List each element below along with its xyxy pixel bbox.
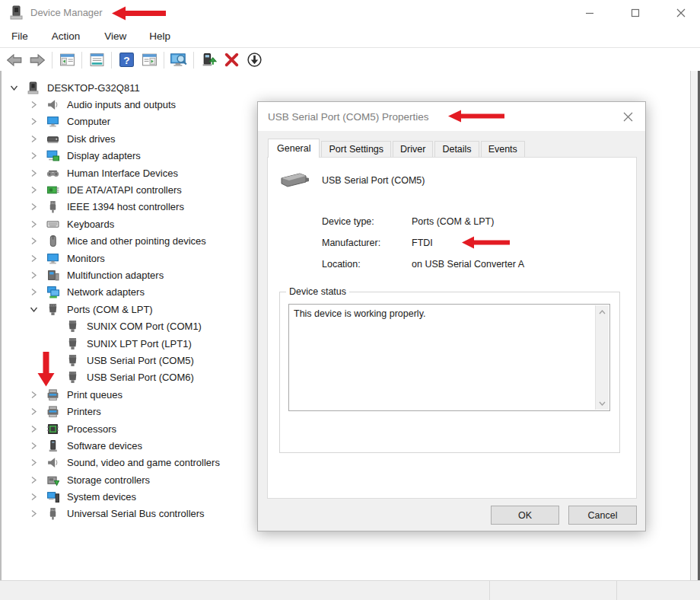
properties-icon[interactable]	[88, 51, 106, 69]
tree-item-label: SUNIX COM Port (COM1)	[87, 321, 202, 332]
tree-item-label: Keyboards	[67, 219, 114, 230]
disk-icon	[46, 132, 59, 145]
device-name: USB Serial Port (COM5)	[322, 175, 425, 186]
disable-device-icon[interactable]	[245, 51, 263, 69]
serial-port-icon	[66, 371, 79, 384]
chevron-right-icon[interactable]	[27, 201, 40, 213]
chevron-right-icon[interactable]	[27, 388, 40, 401]
device-status-textbox[interactable]: This device is working properly.	[288, 304, 610, 411]
usb-plug-icon	[46, 200, 59, 213]
chevron-right-icon[interactable]	[27, 491, 40, 503]
window-right-edge	[690, 71, 698, 580]
chevron-right-icon[interactable]	[27, 269, 40, 281]
svg-text:?: ?	[123, 55, 129, 66]
tree-item-label: Multifunction adapters	[67, 270, 164, 281]
dialog-title: USB Serial Port (COM5) Properties	[268, 111, 429, 123]
tree-item-label: Ports (COM & LPT)	[67, 304, 153, 315]
device-status-groupbox: Device status This device is working pro…	[279, 292, 620, 453]
tree-item-label: Printers	[67, 406, 101, 417]
chevron-right-icon[interactable]	[27, 99, 40, 111]
dialog-buttons: OK Cancel	[258, 506, 637, 525]
chevron-down-icon[interactable]	[8, 81, 20, 94]
device-status-label: Device status	[286, 286, 349, 297]
usb-plug-icon	[46, 507, 59, 520]
field-value: Ports (COM & LPT)	[412, 216, 494, 227]
chevron-right-icon[interactable]	[27, 184, 40, 196]
tab-port-settings[interactable]: Port Settings	[321, 141, 391, 158]
tab-events[interactable]: Events	[481, 141, 525, 158]
minimize-button[interactable]	[577, 3, 603, 23]
computer-icon	[27, 81, 40, 94]
chevron-right-icon[interactable]	[27, 423, 40, 435]
device-field-row: Location:on USB Serial Converter A	[322, 254, 626, 275]
toolbar-group	[52, 51, 81, 69]
toolbar-group	[82, 51, 111, 69]
tree-item-label: Audio inputs and outputs	[67, 99, 176, 110]
uninstall-device-icon[interactable]	[222, 51, 240, 69]
status-scrollbar[interactable]	[595, 305, 609, 410]
ok-button[interactable]: OK	[491, 506, 559, 525]
menu-view[interactable]: View	[103, 27, 128, 45]
menu-action[interactable]: Action	[50, 27, 82, 45]
tab-general[interactable]: General	[268, 139, 320, 158]
chevron-right-icon[interactable]	[27, 150, 40, 162]
chevron-right-icon[interactable]	[27, 457, 40, 469]
chevron-right-icon[interactable]	[27, 132, 40, 145]
system-icon	[46, 490, 59, 503]
chevron-right-icon[interactable]	[27, 116, 40, 128]
manufacturer-arrow	[462, 236, 511, 249]
field-label: Device type:	[322, 216, 412, 227]
field-label: Location:	[322, 259, 412, 270]
chevron-right-icon[interactable]	[27, 439, 40, 452]
scroll-up-icon[interactable]	[596, 305, 609, 318]
chevron-right-icon[interactable]	[27, 167, 40, 179]
back-icon[interactable]	[5, 51, 24, 69]
field-label: Manufacturer:	[322, 238, 412, 248]
tree-item-label: USB Serial Port (COM5)	[87, 355, 194, 366]
scan-hardware-changes-icon[interactable]	[170, 51, 188, 69]
cancel-button[interactable]: Cancel	[568, 506, 637, 525]
device-manager-app-icon	[9, 5, 24, 21]
chevron-right-icon[interactable]	[27, 218, 40, 230]
menu-file[interactable]: File	[10, 27, 30, 45]
dialog-tabs: GeneralPort SettingsDriverDetailsEvents	[268, 139, 527, 158]
tree-item[interactable]: DESKTOP-G32Q811	[2, 79, 690, 96]
tree-item-label: System devices	[67, 491, 136, 503]
help-icon[interactable]: ?	[117, 51, 135, 69]
menu-help[interactable]: Help	[148, 27, 172, 45]
chevron-right-icon[interactable]	[27, 286, 40, 298]
tree-item-label: Computer	[67, 116, 110, 127]
serial-port-icon	[66, 354, 79, 367]
device-field-row: Device type:Ports (COM & LPT)	[322, 211, 626, 232]
chevron-none	[47, 337, 59, 349]
chevron-right-icon[interactable]	[27, 508, 40, 520]
tab-driver[interactable]: Driver	[393, 141, 433, 158]
show-console-tree-icon[interactable]	[58, 51, 76, 69]
tree-item-label: Processors	[67, 423, 116, 435]
toolbar-group: ?	[112, 51, 164, 69]
tree-item-label: SUNIX LPT Port (LPT1)	[87, 338, 192, 349]
window-titlebar: Device Manager	[0, 0, 700, 25]
chevron-right-icon[interactable]	[27, 252, 40, 264]
chevron-right-icon[interactable]	[27, 235, 40, 247]
maximize-button[interactable]	[622, 3, 648, 23]
dialog-close-button[interactable]	[618, 107, 638, 126]
tab-details[interactable]: Details	[434, 141, 479, 158]
close-button[interactable]	[668, 3, 694, 23]
display-adapter-icon	[46, 149, 59, 162]
chevron-right-icon[interactable]	[27, 474, 40, 486]
action-pane-icon[interactable]	[140, 51, 158, 69]
software-device-icon	[46, 439, 59, 452]
toolbar-group	[164, 51, 193, 69]
taskbar-strip	[0, 580, 700, 600]
chevron-down-icon[interactable]	[27, 303, 40, 315]
tree-item-label: Storage controllers	[67, 474, 150, 486]
taskbar-separator	[616, 581, 617, 600]
tree-item-label: Network adapters	[67, 286, 145, 298]
forward-icon[interactable]	[28, 51, 46, 69]
chevron-right-icon[interactable]	[27, 406, 40, 418]
tree-item-label: Display adapters	[67, 150, 141, 161]
scroll-down-icon[interactable]	[596, 397, 609, 410]
tree-item-label: Disk drives	[67, 133, 116, 145]
update-driver-icon[interactable]	[199, 51, 218, 69]
